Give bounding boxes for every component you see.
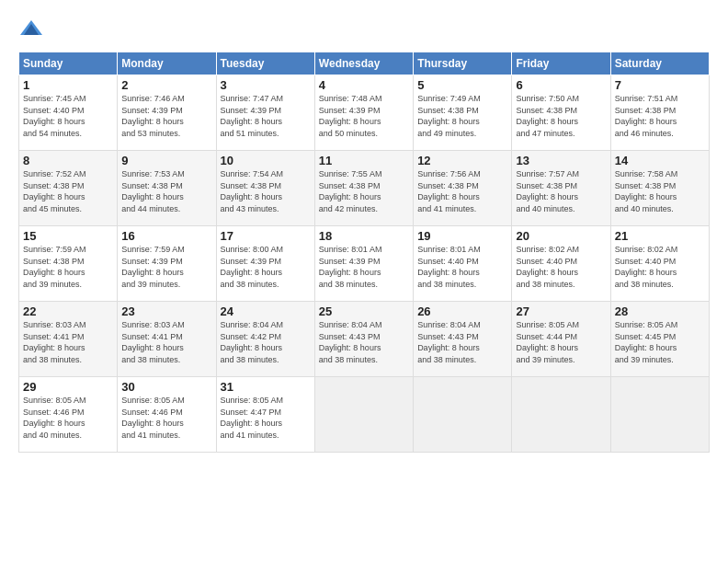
day-info: Sunrise: 8:05 AMSunset: 4:47 PMDaylight:… (221, 395, 311, 441)
day-number: 6 (516, 78, 606, 92)
logo (18, 17, 48, 42)
calendar-cell: 21Sunrise: 8:02 AMSunset: 4:40 PMDayligh… (610, 226, 709, 302)
day-info: Sunrise: 8:02 AMSunset: 4:40 PMDaylight:… (516, 244, 606, 290)
day-number: 5 (417, 78, 507, 92)
day-info: Sunrise: 7:45 AMSunset: 4:40 PMDaylight:… (23, 93, 113, 139)
day-info: Sunrise: 7:54 AMSunset: 4:38 PMDaylight:… (221, 168, 311, 214)
day-number: 4 (319, 78, 409, 92)
day-info: Sunrise: 8:01 AMSunset: 4:40 PMDaylight:… (417, 244, 507, 290)
day-number: 21 (615, 229, 705, 243)
calendar-cell: 29Sunrise: 8:05 AMSunset: 4:46 PMDayligh… (19, 377, 118, 453)
day-info: Sunrise: 8:05 AMSunset: 4:45 PMDaylight:… (615, 319, 705, 365)
calendar-week-row: 15Sunrise: 7:59 AMSunset: 4:38 PMDayligh… (19, 226, 710, 302)
calendar-cell: 14Sunrise: 7:58 AMSunset: 4:38 PMDayligh… (610, 151, 709, 226)
calendar-cell (314, 377, 413, 453)
calendar-cell: 13Sunrise: 7:57 AMSunset: 4:38 PMDayligh… (512, 151, 610, 226)
calendar-header-wednesday: Wednesday (314, 52, 413, 75)
day-info: Sunrise: 7:47 AMSunset: 4:39 PMDaylight:… (221, 93, 311, 139)
day-number: 18 (319, 229, 409, 243)
calendar-cell: 17Sunrise: 8:00 AMSunset: 4:39 PMDayligh… (216, 226, 314, 302)
calendar-header-row: SundayMondayTuesdayWednesdayThursdayFrid… (19, 52, 710, 75)
calendar-week-row: 22Sunrise: 8:03 AMSunset: 4:41 PMDayligh… (19, 302, 710, 377)
day-number: 12 (417, 154, 507, 167)
calendar-cell: 25Sunrise: 8:04 AMSunset: 4:43 PMDayligh… (314, 302, 413, 377)
calendar-cell (414, 377, 512, 453)
day-info: Sunrise: 7:48 AMSunset: 4:39 PMDaylight:… (319, 93, 409, 139)
day-info: Sunrise: 7:50 AMSunset: 4:38 PMDaylight:… (516, 93, 606, 139)
calendar-cell: 15Sunrise: 7:59 AMSunset: 4:38 PMDayligh… (19, 226, 118, 302)
calendar-cell: 5Sunrise: 7:49 AMSunset: 4:38 PMDaylight… (414, 75, 512, 151)
calendar-cell: 11Sunrise: 7:55 AMSunset: 4:38 PMDayligh… (314, 151, 413, 226)
day-info: Sunrise: 8:01 AMSunset: 4:39 PMDaylight:… (319, 244, 409, 290)
calendar-cell: 20Sunrise: 8:02 AMSunset: 4:40 PMDayligh… (512, 226, 610, 302)
day-number: 16 (121, 229, 211, 243)
header (18, 17, 710, 42)
day-info: Sunrise: 7:55 AMSunset: 4:38 PMDaylight:… (319, 168, 409, 214)
day-number: 3 (221, 78, 311, 92)
day-info: Sunrise: 8:00 AMSunset: 4:39 PMDaylight:… (221, 244, 311, 290)
day-number: 11 (319, 154, 409, 167)
day-info: Sunrise: 7:51 AMSunset: 4:38 PMDaylight:… (615, 93, 705, 139)
day-info: Sunrise: 8:03 AMSunset: 4:41 PMDaylight:… (23, 319, 113, 365)
calendar-cell: 23Sunrise: 8:03 AMSunset: 4:41 PMDayligh… (118, 302, 216, 377)
day-number: 7 (615, 78, 705, 92)
day-number: 25 (319, 304, 409, 318)
calendar-cell: 7Sunrise: 7:51 AMSunset: 4:38 PMDaylight… (610, 75, 709, 151)
day-number: 29 (23, 380, 113, 394)
day-number: 24 (221, 304, 311, 318)
calendar-cell: 12Sunrise: 7:56 AMSunset: 4:38 PMDayligh… (414, 151, 512, 226)
calendar-cell: 1Sunrise: 7:45 AMSunset: 4:40 PMDaylight… (19, 75, 118, 151)
calendar-cell: 16Sunrise: 7:59 AMSunset: 4:39 PMDayligh… (118, 226, 216, 302)
day-info: Sunrise: 7:56 AMSunset: 4:38 PMDaylight:… (417, 168, 507, 214)
day-info: Sunrise: 8:05 AMSunset: 4:46 PMDaylight:… (121, 395, 211, 441)
day-number: 14 (615, 154, 705, 167)
calendar-cell: 26Sunrise: 8:04 AMSunset: 4:43 PMDayligh… (414, 302, 512, 377)
calendar-cell: 28Sunrise: 8:05 AMSunset: 4:45 PMDayligh… (610, 302, 709, 377)
calendar-header-tuesday: Tuesday (216, 52, 314, 75)
calendar-header-friday: Friday (512, 52, 610, 75)
day-info: Sunrise: 7:53 AMSunset: 4:38 PMDaylight:… (121, 168, 211, 214)
day-number: 13 (516, 154, 606, 167)
day-info: Sunrise: 8:02 AMSunset: 4:40 PMDaylight:… (615, 244, 705, 290)
day-info: Sunrise: 8:05 AMSunset: 4:44 PMDaylight:… (516, 319, 606, 365)
logo-icon (18, 17, 44, 42)
calendar-cell: 2Sunrise: 7:46 AMSunset: 4:39 PMDaylight… (118, 75, 216, 151)
day-info: Sunrise: 7:59 AMSunset: 4:39 PMDaylight:… (121, 244, 211, 290)
day-number: 15 (23, 229, 113, 243)
day-number: 8 (23, 154, 113, 167)
day-number: 2 (121, 78, 211, 92)
calendar-cell (512, 377, 610, 453)
calendar-cell: 8Sunrise: 7:52 AMSunset: 4:38 PMDaylight… (19, 151, 118, 226)
day-number: 30 (121, 380, 211, 394)
calendar-cell: 3Sunrise: 7:47 AMSunset: 4:39 PMDaylight… (216, 75, 314, 151)
day-number: 27 (516, 304, 606, 318)
day-info: Sunrise: 7:59 AMSunset: 4:38 PMDaylight:… (23, 244, 113, 290)
calendar-cell: 22Sunrise: 8:03 AMSunset: 4:41 PMDayligh… (19, 302, 118, 377)
calendar-cell: 6Sunrise: 7:50 AMSunset: 4:38 PMDaylight… (512, 75, 610, 151)
day-info: Sunrise: 7:46 AMSunset: 4:39 PMDaylight:… (121, 93, 211, 139)
day-info: Sunrise: 7:49 AMSunset: 4:38 PMDaylight:… (417, 93, 507, 139)
calendar-cell: 27Sunrise: 8:05 AMSunset: 4:44 PMDayligh… (512, 302, 610, 377)
calendar-header-monday: Monday (118, 52, 216, 75)
day-info: Sunrise: 8:04 AMSunset: 4:43 PMDaylight:… (417, 319, 507, 365)
calendar-week-row: 8Sunrise: 7:52 AMSunset: 4:38 PMDaylight… (19, 151, 710, 226)
day-info: Sunrise: 7:57 AMSunset: 4:38 PMDaylight:… (516, 168, 606, 214)
day-number: 20 (516, 229, 606, 243)
calendar-week-row: 29Sunrise: 8:05 AMSunset: 4:46 PMDayligh… (19, 377, 710, 453)
page: SundayMondayTuesdayWednesdayThursdayFrid… (0, 0, 728, 563)
day-number: 22 (23, 304, 113, 318)
day-info: Sunrise: 8:04 AMSunset: 4:42 PMDaylight:… (221, 319, 311, 365)
day-number: 31 (221, 380, 311, 394)
calendar-cell: 24Sunrise: 8:04 AMSunset: 4:42 PMDayligh… (216, 302, 314, 377)
calendar-cell (610, 377, 709, 453)
calendar-cell: 19Sunrise: 8:01 AMSunset: 4:40 PMDayligh… (414, 226, 512, 302)
calendar-header-sunday: Sunday (19, 52, 118, 75)
day-number: 17 (221, 229, 311, 243)
calendar-header-thursday: Thursday (414, 52, 512, 75)
day-info: Sunrise: 8:03 AMSunset: 4:41 PMDaylight:… (121, 319, 211, 365)
day-number: 10 (221, 154, 311, 167)
calendar-header-saturday: Saturday (610, 52, 709, 75)
day-number: 23 (121, 304, 211, 318)
day-number: 28 (615, 304, 705, 318)
day-info: Sunrise: 7:58 AMSunset: 4:38 PMDaylight:… (615, 168, 705, 214)
